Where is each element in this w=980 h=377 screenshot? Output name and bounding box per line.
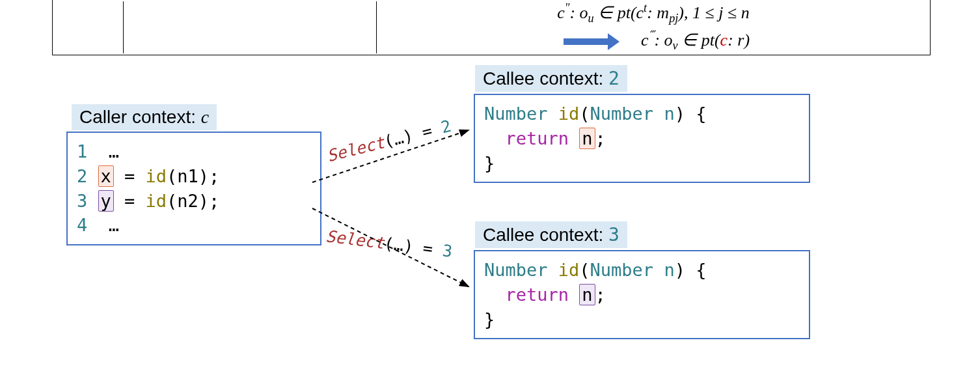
caller-code: 1 … 2 x = id(n1); 3 y = id(n2); 4 …: [66, 132, 321, 245]
callee-code-1: Number id(Number n) { return n; }: [474, 94, 810, 183]
callee-context-2-label: Callee context: 3: [475, 221, 627, 248]
callee-context-1-label: Callee context: 2: [475, 65, 627, 92]
rule-table: c″: ou ∈ pt(ct: mpj), 1 ≤ j ≤ n c‴: ov ∈…: [52, 0, 931, 55]
var-y: y: [98, 190, 114, 212]
implies-arrow-icon: [564, 38, 609, 45]
rule-premise: c″: ou ∈ pt(ct: mpj), 1 ≤ j ≤ n: [383, 1, 923, 25]
ret-n-2: n: [579, 284, 595, 305]
rule-conclusion: c‴: ov ∈ pt(c: r): [383, 28, 923, 53]
ret-n-1: n: [579, 128, 595, 149]
select-label-1: Select(…) = 2: [325, 117, 453, 165]
context-diagram: Caller context: c 1 … 2 x = id(n1); 3 y …: [59, 65, 924, 377]
var-x: x: [98, 165, 114, 187]
select-label-2: Select(…) = 3: [325, 227, 454, 261]
callee-code-2: Number id(Number n) { return n; }: [474, 250, 810, 339]
caller-context-label: Caller context: c: [72, 104, 217, 130]
